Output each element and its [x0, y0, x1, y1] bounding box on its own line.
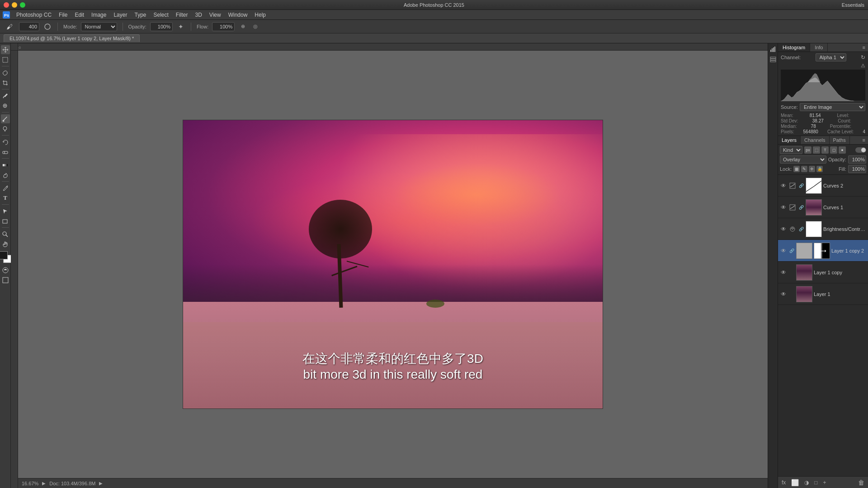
options-toolbar: 🖌 Mode: Normal Multiply Screen Overlay O…	[0, 20, 868, 33]
brush-tool[interactable]	[1, 114, 10, 123]
lock-all-icon[interactable]: 🔒	[816, 166, 823, 172]
add-mask-btn[interactable]: ⬜	[789, 478, 801, 487]
shape-tool[interactable]	[1, 216, 10, 225]
brush-size-icon[interactable]	[43, 22, 52, 31]
gradient-tool[interactable]	[1, 160, 10, 169]
menu-select[interactable]: Select	[150, 11, 172, 19]
burn-tool[interactable]	[1, 170, 10, 179]
flow-input[interactable]	[212, 22, 235, 31]
menu-layer[interactable]: Layer	[110, 11, 131, 19]
lock-transparent-icon[interactable]: ▦	[793, 166, 800, 172]
layer-item-brightness[interactable]: 👁 🔗 Brightness/Contras...	[778, 218, 868, 240]
layers-menu-icon[interactable]: ≡	[860, 136, 868, 144]
histogram-menu-icon[interactable]: ≡	[860, 43, 868, 52]
layer-fill-input[interactable]	[848, 165, 866, 173]
layer-opacity-input[interactable]	[848, 155, 866, 164]
layer-visibility-curves2[interactable]: 👁	[780, 182, 787, 189]
tab-channels[interactable]: Channels	[801, 136, 829, 144]
menu-3d[interactable]: 3D	[192, 11, 206, 19]
new-layer-btn[interactable]: +	[821, 479, 828, 487]
pressure-opacity-icon[interactable]: ⊕	[238, 22, 247, 31]
ruler-vertical	[11, 51, 18, 488]
layer-blend-mode[interactable]: Overlay Normal Multiply Screen	[780, 155, 826, 164]
status-arrow-icon[interactable]: ▶	[42, 481, 46, 486]
new-group-btn[interactable]: □	[812, 479, 819, 487]
pressure-flow-icon[interactable]: ◎	[251, 22, 260, 31]
close-button[interactable]	[4, 2, 9, 8]
add-layer-style-btn[interactable]: fx	[780, 479, 788, 487]
layer-filter-toggle[interactable]	[855, 147, 866, 153]
menu-view[interactable]: View	[206, 11, 225, 19]
menu-edit[interactable]: Edit	[71, 11, 88, 19]
source-select[interactable]: Entire Image Selected Layer	[800, 103, 865, 111]
zoom-tool[interactable]	[1, 230, 10, 239]
blend-mode-select[interactable]: Normal Multiply Screen Overlay	[81, 22, 117, 31]
fg-bg-colors	[0, 251, 11, 263]
move-tool[interactable]	[1, 45, 10, 54]
tab-histogram[interactable]: Histogram	[778, 43, 810, 52]
menu-photoshop[interactable]: Photoshop CC	[13, 11, 55, 19]
path-select-tool[interactable]	[1, 206, 10, 216]
brush-size-input[interactable]	[19, 22, 39, 31]
foreground-color[interactable]	[0, 251, 8, 259]
tool-sep-3	[2, 112, 9, 113]
panel-strip-histogram[interactable]	[769, 45, 777, 53]
layer-visibility-layer1copy[interactable]: 👁	[780, 269, 787, 276]
filter-type-icon[interactable]: T	[821, 146, 829, 154]
filter-adjustment-icon[interactable]: ⬚	[813, 146, 820, 154]
layer-visibility-layer1copy2[interactable]: 👁	[780, 247, 787, 254]
layer-visibility-curves1[interactable]: 👁	[780, 204, 787, 211]
status-play-icon[interactable]: ▶	[99, 481, 103, 486]
layer-item-curves2[interactable]: 👁 🔗 Curves 2	[778, 175, 868, 197]
marquee-tool[interactable]	[1, 55, 10, 64]
filter-shape-icon[interactable]: ◻	[830, 146, 837, 154]
type-tool[interactable]: T	[1, 193, 10, 202]
filter-smart-icon[interactable]: ●	[839, 146, 846, 154]
panel-strip-layers[interactable]	[769, 55, 777, 63]
maximize-button[interactable]	[20, 2, 25, 8]
history-tool[interactable]	[1, 137, 10, 146]
arrow-icon: ⟶	[817, 247, 826, 254]
essentials-label[interactable]: Essentials	[842, 2, 864, 8]
lasso-tool[interactable]	[1, 68, 10, 77]
healing-tool[interactable]	[1, 101, 10, 110]
lock-paint-icon[interactable]: ✎	[801, 166, 807, 172]
crop-tool[interactable]	[1, 78, 10, 87]
menu-file[interactable]: File	[55, 11, 71, 19]
menu-filter[interactable]: Filter	[172, 11, 192, 19]
lock-position-icon[interactable]: ✛	[809, 166, 815, 172]
layer-item-layer1copy2[interactable]: 👁 🔗 ⟶ Layer 1 copy 2	[778, 240, 868, 262]
add-adjustment-btn[interactable]: ◑	[802, 479, 811, 487]
eraser-tool[interactable]	[1, 147, 10, 156]
layer-item-layer1[interactable]: 👁 Layer 1	[778, 283, 868, 305]
tab-layers[interactable]: Layers	[778, 136, 801, 144]
document-tab[interactable]: EL10974.psd @ 16.7% (Layer 1 copy 2, Lay…	[4, 34, 140, 42]
refresh-histogram-btn[interactable]: ↻	[861, 54, 865, 61]
menu-image[interactable]: Image	[88, 11, 110, 19]
pen-tool[interactable]	[1, 183, 10, 192]
menu-help[interactable]: Help	[251, 11, 269, 19]
tab-paths[interactable]: Paths	[830, 136, 850, 144]
layer-item-curves1[interactable]: 👁 🔗 Curves 1	[778, 197, 868, 218]
opacity-input[interactable]	[150, 22, 173, 31]
menu-window[interactable]: Window	[225, 11, 251, 19]
filter-pixel-icon[interactable]: px	[804, 146, 811, 154]
airbrush-icon[interactable]: ✦	[176, 22, 185, 31]
tab-info[interactable]: Info	[810, 43, 828, 52]
menu-type[interactable]: Type	[131, 11, 150, 19]
quick-mask-btn[interactable]	[1, 266, 10, 275]
brush-tool-icon[interactable]: 🖌	[4, 22, 15, 31]
clone-stamp-tool[interactable]	[1, 124, 10, 133]
screen-mode-btn[interactable]	[1, 276, 10, 285]
layer-visibility-brightness[interactable]: 👁	[780, 225, 787, 233]
tool-sep-4	[2, 135, 9, 136]
layer-item-layer1copy[interactable]: 👁 Layer 1 copy	[778, 262, 868, 283]
ruler-corner	[11, 43, 18, 51]
kind-select[interactable]: Kind	[780, 146, 802, 154]
eyedropper-tool[interactable]	[1, 91, 10, 100]
channel-select[interactable]: Alpha 1 RGB Red Green Blue	[816, 53, 846, 61]
hand-tool[interactable]	[1, 239, 10, 249]
layer-visibility-layer1[interactable]: 👁	[780, 291, 787, 298]
delete-layer-btn[interactable]: 🗑	[856, 478, 866, 487]
minimize-button[interactable]	[12, 2, 17, 8]
